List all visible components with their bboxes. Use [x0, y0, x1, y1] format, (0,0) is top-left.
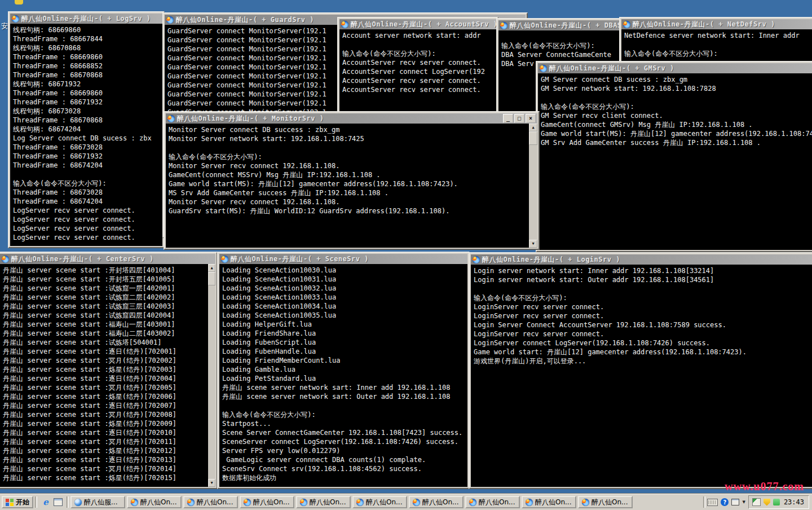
internet-explorer-icon[interactable]: e [41, 498, 50, 507]
desktop-icon-partial[interactable] [15, 0, 23, 5]
console-logsrv[interactable]: 线程句柄: 68669860ThreadFrame : 68667844线程句柄… [10, 24, 162, 246]
console-line: LogServer recv server connect. [13, 206, 160, 215]
chevron-down-icon[interactable]: ▼ [742, 500, 745, 504]
taskbar-button-console[interactable]: 醉八仙On... [465, 496, 520, 508]
security-shield-icon[interactable] [764, 499, 770, 506]
titlebar-logsrv[interactable]: 醉八仙Online-丹崖山-( + LogSrv ) [10, 14, 162, 24]
app-flame-globe-icon [166, 16, 174, 24]
titlebar-accountsrv[interactable]: 醉八仙Online-丹崖山-( + AccountSrv ) [339, 19, 496, 29]
taskbar-button-console[interactable]: 醉八仙On... [578, 496, 633, 508]
titlebar-gmsrv[interactable]: 醉八仙Online-丹崖山-( + GMSrv ) [538, 63, 812, 73]
taskbar-button-console[interactable]: 醉八仙On... [240, 496, 294, 508]
scroll-down-icon[interactable]: ▼ [529, 240, 537, 248]
console-line: Server FPS very low(0.012279) [222, 446, 465, 455]
console-line: 游戏世界(丹崖山)开启,可以登录... [474, 357, 810, 366]
console-monitorsrv[interactable]: Monitor Server connect DB success : zbx_… [166, 124, 537, 248]
console-line: Loading HelperGift.lua [222, 320, 465, 329]
scrollbar-thumb[interactable] [208, 272, 215, 285]
console-line: 线程句柄: 68673028 [13, 107, 160, 116]
minimize-button[interactable]: _ [503, 114, 513, 123]
window-gmsrv[interactable]: 醉八仙Online-丹崖山-( + GMSrv ) GM Server conn… [536, 61, 812, 252]
window-monitorsrv[interactable]: 醉八仙Online-丹崖山-( + MonitorSrv ) _ □ × Mon… [164, 111, 540, 250]
window-title: 醉八仙Online-丹崖山-( + AccountSrv ) [351, 20, 496, 29]
titlebar-loginsrv[interactable]: 醉八仙Online-丹崖山-( + LoginSrv ) [471, 254, 812, 265]
console-line: 丹崖山 server scene start :福寿山一层[403001] [3, 320, 204, 329]
window-title: 醉八仙Online-丹崖山-( + NetDefSrv ) [633, 20, 775, 29]
app-flame-globe-icon [473, 256, 480, 263]
console-line: LogServer recv server connect. [13, 224, 160, 233]
taskbar-button-console[interactable]: 醉八仙On... [127, 496, 182, 508]
window-title: 醉八仙Online-丹崖山-( + GMSrv ) [549, 64, 674, 73]
clock[interactable]: 23:43 [783, 498, 804, 506]
console-line: LogServer recv server connect. [13, 215, 160, 224]
console-line: Scene Server ConnectGameCenter 192.168.1… [222, 428, 465, 437]
titlebar-centersrv[interactable]: 醉八仙Online-丹崖山-( + CenterSrv ) [0, 254, 215, 264]
console-gmsrv[interactable]: GM Server connect DB sucess : zbx_gmGM S… [538, 73, 812, 250]
app-flame-globe-icon [167, 115, 175, 122]
console-line: Loading FriendMemberCount.lua [222, 356, 465, 365]
console-line: ThreadFrame : 68670868 [13, 116, 160, 125]
titlebar-scenesrv[interactable]: 醉八仙Online-丹崖山-( + SceneSrv ) [219, 254, 467, 264]
scroll-up-icon[interactable]: ▲ [208, 264, 215, 272]
window-title: 醉八仙Online-丹崖山-( + SceneSrv ) [231, 254, 369, 264]
window-centersrv[interactable]: 醉八仙Online-丹崖山-( + CenterSrv ) 丹崖山 server… [0, 252, 218, 489]
window-loginsrv[interactable]: 醉八仙Online-丹崖山-( + LoginSrv ) Login serve… [469, 252, 812, 489]
console-line: GameCent(connect GMSrv) Msg 丹崖山 IP:192.1… [541, 120, 810, 129]
titlebar-netdefsrv[interactable]: 醉八仙Online-丹崖山-( + NetDefSrv ) [621, 19, 812, 29]
desktop[interactable]: { "desktop": { "icon_label": "安" }, "win… [0, 0, 812, 510]
scrollbar-thumb[interactable] [529, 131, 537, 145]
taskbar-button-console[interactable]: 醉八仙On... [296, 496, 351, 508]
scrollbar-track[interactable] [208, 285, 215, 479]
console-line: NetDefence server network start: Inner a… [624, 31, 809, 40]
console-line: 丹崖山 server scene start :烁星(结丹)[702006] [3, 392, 204, 401]
console-line: 丹崖山 server scene start :烁星(结丹)[702003] [3, 365, 204, 374]
console-line [541, 93, 810, 102]
show-desktop-icon[interactable] [54, 498, 63, 506]
sql-server-icon[interactable] [752, 498, 761, 506]
app-flame-globe-icon [12, 15, 19, 23]
app-flame-globe-icon [244, 499, 251, 506]
console-line: ThreadFrame : 68671932 [13, 152, 160, 161]
console-line: Loading PetStandard.lua [222, 374, 465, 383]
console-line: Loading FubenScript.lua [222, 338, 465, 347]
console-loginsrv[interactable]: Login server network start: Inner addr 1… [471, 265, 812, 487]
taskbar-button-console[interactable]: 醉八仙On... [522, 496, 576, 508]
maximize-button[interactable]: □ [514, 114, 524, 123]
scrollbar-centersrv[interactable]: ▲ ▼ [208, 264, 215, 487]
app-flame-globe-icon [413, 499, 420, 506]
scrollbar-track[interactable] [529, 145, 537, 240]
titlebar-monitorsrv[interactable]: 醉八仙Online-丹崖山-( + MonitorSrv ) _ □ × [166, 113, 537, 124]
green-status-icon[interactable] [773, 499, 780, 505]
app-flame-globe-icon [526, 499, 533, 506]
console-line: AccountServer recv server connect. [342, 76, 493, 85]
start-label: 开始 [16, 498, 29, 507]
taskbar-button-server-manager[interactable]: 醉八仙服... [70, 496, 125, 508]
console-line: Loading FubenHandle.lua [222, 347, 465, 356]
window-title: 醉八仙Online-丹崖山-( + LoginSrv ) [482, 255, 620, 265]
console-scenesrv[interactable]: Loading SceneAction10030.luaLoading Scen… [219, 264, 467, 487]
taskbar-button-console[interactable]: 醉八仙On... [409, 496, 464, 508]
language-bar-icon[interactable] [731, 499, 739, 505]
start-button[interactable]: 开始 [2, 496, 33, 508]
help-icon[interactable]: ? [721, 498, 729, 506]
console-line: Login server network start: Inner addr 1… [474, 266, 810, 275]
taskbar-button-console[interactable]: 醉八仙On... [352, 496, 407, 508]
keyboard-icon[interactable] [707, 499, 718, 506]
taskbar-button-console[interactable]: 醉八仙On... [183, 496, 238, 508]
console-line: Loading Gamble.lua [222, 365, 465, 374]
console-line: 丹崖山 server scene start :试炼窟三层[402003] [3, 302, 204, 311]
app-flame-globe-icon [500, 22, 508, 29]
window-scenesrv[interactable]: 醉八仙Online-丹崖山-( + SceneSrv ) Loading Sce… [217, 252, 470, 489]
window-logsrv[interactable]: 醉八仙Online-丹崖山-( + LogSrv ) 线程句柄: 6866986… [8, 11, 165, 248]
console-line: LoginServer recv server connect. [474, 329, 810, 338]
scrollbar-monitorsrv[interactable]: ▲ ▼ [529, 124, 537, 248]
console-line: 丹崖山 server scene start :开封塔四层[401004] [3, 266, 204, 275]
console-line [474, 284, 810, 293]
console-line: GM Server connect DB sucess : zbx_gm [541, 75, 810, 84]
desktop-icon-label[interactable]: 安 [1, 21, 8, 31]
scroll-up-icon[interactable]: ▲ [529, 124, 537, 131]
console-line: 数据库初始化成功 [222, 473, 465, 482]
scroll-down-icon[interactable]: ▼ [208, 479, 215, 487]
console-centersrv[interactable]: 丹崖山 server scene start :开封塔四层[401004]丹崖山… [0, 264, 215, 487]
close-button[interactable]: × [526, 114, 536, 123]
